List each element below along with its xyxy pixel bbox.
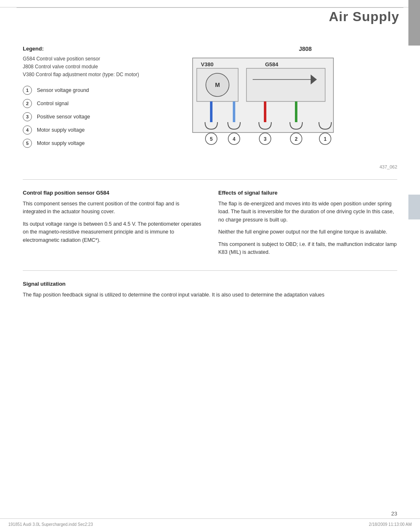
svg-text:5: 5	[210, 136, 213, 142]
header-bar	[0, 0, 420, 7]
section-body-left-2: Its output voltage range is between 0.5 …	[23, 220, 202, 244]
svg-text:G584: G584	[265, 61, 279, 67]
page-number: 23	[391, 511, 397, 517]
pin-item-3: 3 Positive sensor voltage	[23, 112, 172, 121]
svg-text:4: 4	[233, 136, 236, 142]
legend-item-2: J808 Control valve control module	[23, 63, 172, 71]
legend-left: Legend: G584 Control valve position sens…	[23, 46, 172, 169]
figure-caption: 437_062	[188, 164, 397, 169]
diagram-svg-container: V380 G584 M	[188, 54, 397, 163]
col-right: Effects of signal failure The flap is de…	[218, 190, 397, 260]
diagram-area: J808 V380 G584 M	[188, 46, 397, 169]
legend-diagram-section: Legend: G584 Control valve position sens…	[23, 46, 397, 169]
pin-item-5: 5 Motor supply voltage	[23, 139, 172, 148]
footer-left: 191851 Audi 3.0L Supercharged.indd Sec2:…	[8, 522, 93, 527]
section-heading-left: Control flap position sensor G584	[23, 190, 202, 196]
pin-circle-3: 3	[23, 112, 32, 121]
pin-item-1: 1 Sensor voltage ground	[23, 86, 172, 95]
main-content: Legend: G584 Control valve position sens…	[23, 46, 397, 304]
pin-label-5: Motor supply voltage	[37, 140, 84, 146]
pin-label-4: Motor supply voltage	[37, 127, 84, 133]
pin-item-2: 2 Control signal	[23, 99, 172, 108]
divider-line	[23, 179, 397, 180]
legend-item-3: V380 Control flap adjustment motor (type…	[23, 71, 172, 79]
pin-label-2: Control signal	[37, 101, 68, 106]
footer-right: 2/18/2009 11:13:00 AM	[369, 522, 412, 527]
pin-circle-5: 5	[23, 139, 32, 148]
pin-label-3: Positive sensor voltage	[37, 114, 90, 120]
svg-rect-6	[246, 68, 325, 101]
pin-circle-1: 1	[23, 86, 32, 95]
signal-utilization-heading: Signal utilization	[23, 281, 397, 287]
section-heading-right: Effects of signal failure	[218, 190, 397, 196]
pin-circle-2: 2	[23, 99, 32, 108]
section-body-right-2: Neither the full engine power output nor…	[218, 228, 397, 236]
page-title: Air Supply	[329, 9, 399, 24]
footer: 191851 Audi 3.0L Supercharged.indd Sec2:…	[0, 518, 420, 530]
diagram-label-j808: J808	[188, 46, 397, 52]
top-line	[17, 7, 403, 8]
accent-bar-mid	[408, 195, 420, 219]
pin-items: 1 Sensor voltage ground 2 Control signal…	[23, 86, 172, 148]
svg-text:3: 3	[264, 136, 267, 142]
pin-item-4: 4 Motor supply voltage	[23, 125, 172, 135]
svg-text:M: M	[215, 82, 220, 88]
pin-label-1: Sensor voltage ground	[37, 87, 89, 93]
section-body-left-1: This component senses the current positi…	[23, 200, 202, 216]
svg-text:2: 2	[295, 136, 298, 142]
signal-utilization-section: Signal utilization The flap position fee…	[23, 281, 397, 299]
signal-utilization-body: The flap position feedback signal is uti…	[23, 291, 397, 299]
legend-title: Legend:	[23, 46, 172, 52]
divider-line-2	[23, 270, 397, 271]
legend-items-list: G584 Control valve position sensor J808 …	[23, 55, 172, 79]
col-left: Control flap position sensor G584 This c…	[23, 190, 202, 260]
two-col-main: Control flap position sensor G584 This c…	[23, 190, 397, 260]
svg-text:V380: V380	[201, 61, 213, 67]
section-body-right-1: The flap is de-energized and moves into …	[218, 200, 397, 224]
diagram-svg: V380 G584 M	[188, 54, 342, 161]
svg-text:1: 1	[324, 136, 327, 142]
section-body-right-3: This component is subject to OBD; i.e. i…	[218, 241, 397, 257]
legend-item-1: G584 Control valve position sensor	[23, 55, 172, 63]
accent-bar-top	[408, 0, 420, 46]
page-title-area: Air Supply	[329, 9, 399, 24]
pin-circle-4: 4	[23, 125, 32, 135]
